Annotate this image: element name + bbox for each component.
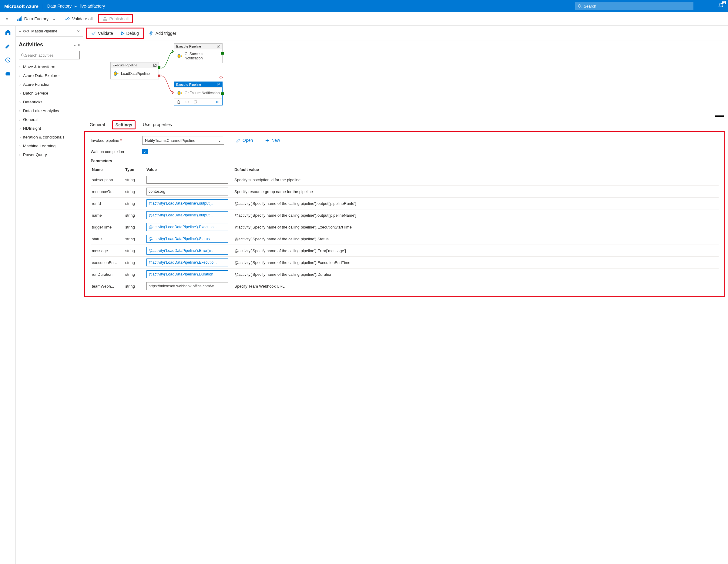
add-trigger-button[interactable]: Add trigger	[145, 29, 180, 38]
chevron-right-icon: ›	[19, 100, 21, 104]
author-icon[interactable]	[5, 43, 11, 49]
activities-search[interactable]	[19, 51, 80, 59]
copy-icon[interactable]	[193, 100, 197, 104]
activity-category[interactable]: ›Azure Function	[19, 80, 80, 89]
validate-button[interactable]: Validate	[88, 29, 117, 38]
close-tab-icon[interactable]: ×	[77, 29, 80, 34]
svg-rect-6	[103, 20, 107, 21]
failure-port[interactable]	[158, 75, 160, 77]
crumb-factory-name[interactable]: live-adfactory	[80, 4, 105, 8]
collapse-panel-icon[interactable]: «	[78, 42, 80, 47]
category-label: Machine Learning	[23, 144, 55, 148]
param-type: string	[125, 249, 146, 253]
activities-search-input[interactable]	[25, 53, 78, 58]
activities-panel: » MasterPipeline × Activities ⌄ « ›Move …	[16, 26, 83, 564]
open-pipeline-button[interactable]: Open	[236, 138, 253, 143]
node-onsuccess-notification[interactable]: Execute Pipeline OnSuccess Notification	[174, 43, 223, 63]
activity-category[interactable]: ›HDInsight	[19, 124, 80, 133]
canvas-area: Validate Debug Add trigger Execute Pipel…	[83, 26, 728, 564]
svg-rect-24	[178, 101, 180, 103]
publish-icon	[102, 16, 107, 21]
resize-grip[interactable]	[715, 116, 724, 117]
global-search[interactable]	[575, 2, 693, 10]
param-type: string	[125, 237, 146, 241]
invoked-pipeline-dropdown[interactable]: NotifyTeamsChannelPipeline ⌄	[142, 136, 224, 145]
activity-category[interactable]: ›Batch Service	[19, 89, 80, 98]
data-factory-dropdown[interactable]: Data Factory ⌄	[13, 14, 59, 23]
param-value-input[interactable]: @activity('LoadDataPipeline').Duration	[146, 270, 228, 278]
expand-left-icon[interactable]: »	[3, 15, 12, 23]
monitor-icon[interactable]	[5, 57, 11, 63]
param-value-input[interactable]: https://microsoft.webhook.office.com/w..…	[146, 282, 228, 290]
activity-category[interactable]: ›Databricks	[19, 98, 80, 106]
param-type: string	[125, 178, 146, 182]
publish-all-button[interactable]: Publish all	[98, 14, 133, 23]
open-icon[interactable]	[153, 63, 157, 67]
node-load-data-pipeline[interactable]: Execute Pipeline LoadDataPipeline	[110, 62, 159, 79]
param-value-input[interactable]: contosorg	[146, 188, 228, 196]
home-icon[interactable]	[5, 29, 11, 35]
param-name: name	[92, 213, 125, 218]
validate-all-icon	[65, 17, 70, 21]
table-row: runIdstring@activity('LoadDataPipeline')…	[91, 197, 719, 209]
param-name: message	[92, 249, 125, 253]
manage-icon[interactable]	[5, 71, 11, 77]
param-value-input[interactable]: @activity('LoadDataPipeline').Executio..…	[146, 259, 228, 267]
activity-category[interactable]: ›Azure Data Explorer	[19, 71, 80, 80]
param-type: string	[125, 190, 146, 194]
add-dependency-icon[interactable]	[216, 100, 220, 104]
activity-category[interactable]: ›Iteration & conditionals	[19, 133, 80, 142]
pipeline-canvas[interactable]: Execute Pipeline LoadDataPipeline Execut…	[83, 41, 728, 117]
param-value-input[interactable]: @activity('LoadDataPipeline').Error['m..…	[146, 247, 228, 255]
crumb-data-factory[interactable]: Data Factory	[47, 4, 72, 8]
play-icon	[120, 31, 125, 35]
validate-all-button[interactable]: Validate all	[61, 15, 96, 23]
success-port[interactable]	[221, 92, 224, 95]
parameters-table: Name Type Value Default value subscripti…	[91, 166, 719, 292]
tab-settings[interactable]: Settings	[112, 120, 136, 129]
node-onfailure-notification[interactable]: Execute Pipeline OnFailure Notification	[174, 82, 223, 106]
open-icon[interactable]	[217, 83, 220, 86]
notifications-icon[interactable]: 1	[718, 3, 724, 10]
new-pipeline-button[interactable]: New	[265, 138, 280, 143]
search-icon	[578, 4, 582, 8]
activity-category[interactable]: ›Move & transform	[19, 62, 80, 71]
activity-category[interactable]: ›Power Query	[19, 150, 80, 159]
table-row: executionEn...string@activity('LoadDataP…	[91, 257, 719, 268]
success-port[interactable]	[158, 66, 160, 69]
code-icon[interactable]	[185, 100, 189, 104]
execute-pipeline-icon	[177, 53, 183, 59]
table-row: resourceGr...stringcontosorgSpecify reso…	[91, 186, 719, 197]
param-value-input[interactable]	[146, 176, 228, 184]
tab-user-properties[interactable]: User properties	[142, 120, 173, 129]
activity-category[interactable]: ›Data Lake Analytics	[19, 106, 80, 115]
chevron-right-icon: ›	[19, 144, 21, 148]
param-value-input[interactable]: @activity('LoadDataPipeline').output['..…	[146, 211, 228, 219]
delete-icon[interactable]	[177, 100, 181, 104]
category-label: Power Query	[23, 153, 47, 157]
success-port[interactable]	[221, 52, 224, 55]
activity-category[interactable]: ›Machine Learning	[19, 142, 80, 150]
category-label: Azure Data Explorer	[23, 73, 60, 78]
svg-rect-25	[194, 101, 196, 103]
svg-line-14	[24, 56, 25, 57]
expand-panel-icon[interactable]: »	[19, 29, 21, 33]
param-value-input[interactable]: @activity('LoadDataPipeline').output['..…	[146, 200, 228, 207]
param-value-input[interactable]: @activity('LoadDataPipeline').Status	[146, 235, 228, 243]
param-name: status	[92, 237, 125, 241]
chevron-down-icon: ⌄	[218, 138, 221, 143]
execute-pipeline-icon	[177, 90, 183, 96]
col-type: Type	[125, 167, 146, 172]
collapse-all-icon[interactable]: ⌄	[73, 42, 76, 47]
trigger-icon	[149, 31, 154, 36]
param-value-input[interactable]: @activity('LoadDataPipeline').Executio..…	[146, 223, 228, 231]
activity-category[interactable]: ›General	[19, 115, 80, 124]
debug-button[interactable]: Debug	[117, 29, 143, 38]
wait-on-completion-checkbox[interactable]: ✓	[142, 149, 148, 154]
param-default: @activity('Specify name of the calling p…	[234, 225, 717, 230]
open-icon[interactable]	[217, 45, 220, 48]
global-search-input[interactable]	[584, 4, 691, 8]
param-default: @activity('Specify name of the calling p…	[234, 201, 717, 206]
ribbon: » Data Factory ⌄ Validate all Publish al…	[0, 12, 728, 26]
tab-general[interactable]: General	[89, 120, 106, 129]
